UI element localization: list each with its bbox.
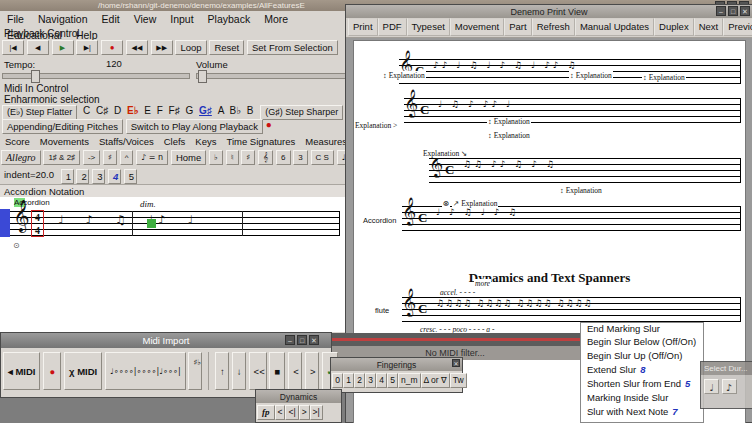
midi-import-titlebar[interactable]: Midi Import – □ ✕ (1, 333, 331, 348)
previous-note-button[interactable]: < (288, 352, 302, 390)
print-button[interactable]: Print (348, 18, 378, 36)
select-duration-titlebar[interactable]: Select Dur... (701, 362, 752, 375)
appending-pitches-button[interactable]: Appending/Editing Pitches (2, 119, 123, 134)
set-from-selection-button[interactable]: Set From Selection (247, 40, 338, 55)
pitch-g-button[interactable]: G (186, 105, 194, 116)
menu-movements[interactable]: Movements (35, 135, 94, 149)
rewind-button[interactable]: << (249, 352, 267, 390)
menu-measures[interactable]: Measures (300, 135, 348, 149)
step-flatter-button[interactable]: (E♭) Step Flatter (2, 105, 77, 120)
dim-end-button[interactable]: >| (310, 405, 323, 420)
time-signature[interactable]: 4 4 (31, 210, 44, 237)
slur-menu-item-begin-below[interactable]: Begin Slur Below (Off/On) (581, 334, 703, 348)
cs-button[interactable]: C S (311, 150, 334, 165)
volume-slider-handle[interactable] (198, 70, 207, 83)
maximize-icon[interactable]: □ (728, 6, 738, 16)
indent-3-button[interactable]: 3 (92, 169, 105, 184)
menu-view[interactable]: View (127, 11, 164, 27)
menu-input[interactable]: Input (163, 11, 200, 27)
note-glyphs-2[interactable]: ♪ ♩ (158, 213, 202, 227)
step-sharper-button[interactable]: (G♯) Step Sharper (260, 105, 343, 120)
clef-button[interactable]: 𝄞 (258, 150, 273, 165)
cresc-end-button[interactable]: <| (285, 405, 298, 420)
previous-button[interactable]: Previous (723, 18, 752, 36)
rhythm-pattern-button[interactable]: ♩∘∘∘∘|∘∘∘∘|♩∘∘∘| (105, 352, 186, 390)
typeset-button[interactable]: Typeset (407, 18, 450, 36)
minimize-icon[interactable]: – (716, 6, 726, 16)
down-button[interactable]: ↓ (232, 352, 246, 390)
caret-button[interactable]: ^ (120, 150, 134, 165)
volume-slider[interactable] (196, 73, 346, 79)
menu-clefs[interactable]: Clefs (159, 135, 191, 149)
indent-2-button[interactable]: 2 (76, 169, 89, 184)
slur-menu-item-extend[interactable]: Extend Slur8 (581, 362, 703, 376)
movement-button[interactable]: Movement (450, 18, 504, 36)
play-button[interactable]: ▶ (52, 40, 74, 55)
finger-0-button[interactable]: 0 (332, 373, 343, 388)
next-button[interactable]: Next (694, 18, 724, 36)
close-icon[interactable]: ✕ (452, 359, 460, 367)
seek-forward-button[interactable]: ▶▶ (151, 40, 173, 55)
skip-to-start-button[interactable]: |◀ (2, 40, 24, 55)
pitch-d-button[interactable]: D (114, 105, 121, 116)
midi-in-button[interactable]: ◂ MIDI (3, 352, 40, 390)
menu-staffs-voices[interactable]: Staffs/Voices (94, 135, 159, 149)
slur-menu-item-next-note[interactable]: Slur with Next Note7 (581, 404, 703, 418)
midi-delete-button[interactable]: χ MIDI (64, 352, 102, 390)
pitch-f-button[interactable]: F (157, 105, 163, 116)
menu-keys[interactable]: Keys (190, 135, 221, 149)
manual-updates-button[interactable]: Manual Updates (575, 18, 654, 36)
cresc-begin-button[interactable]: < (275, 405, 286, 420)
menu-navigation[interactable]: Navigation (31, 11, 95, 27)
part-button[interactable]: Part (504, 18, 531, 36)
close-icon[interactable]: ✕ (309, 335, 319, 345)
reset-button[interactable]: Reset (209, 40, 244, 55)
pitch-e-button[interactable]: E (144, 105, 151, 116)
indent-5-button[interactable]: 5 (124, 169, 137, 184)
delta-nabla-button[interactable]: Δ or ∇ (421, 373, 450, 388)
finger-2-button[interactable]: 2 (354, 373, 365, 388)
finger-5-button[interactable]: 5 (387, 373, 398, 388)
note-equals-button[interactable]: ♪ = n (136, 150, 168, 165)
indent-1-button[interactable]: 1 (61, 169, 74, 184)
seek-back-button[interactable]: ◀◀ (126, 40, 148, 55)
pitch-c-button[interactable]: C (83, 105, 90, 116)
pitch-a-button[interactable]: A (218, 105, 224, 116)
pitch-eflat-button[interactable]: E♭ (127, 105, 138, 116)
finger-1-button[interactable]: 1 (343, 373, 354, 388)
home-button[interactable]: Home (171, 150, 206, 165)
tw-button[interactable]: Tw (450, 373, 467, 388)
menu-score[interactable]: Score (0, 135, 35, 149)
pitch-csharp-button[interactable]: C♯ (96, 105, 108, 116)
menu-more[interactable]: More (257, 11, 295, 27)
treble-clef-icon[interactable]: 𝄞 (13, 202, 30, 230)
pdf-button[interactable]: PDF (378, 18, 407, 36)
duration-note-button[interactable]: ♩ (704, 379, 719, 394)
tempo-slider[interactable] (2, 73, 190, 79)
three-button[interactable]: 3 (293, 150, 307, 165)
slur-menu-item-end-marking[interactable]: End Marking Slur (581, 323, 703, 334)
duration-note-button[interactable]: ♪ (722, 379, 737, 394)
maximize-icon[interactable]: □ (297, 335, 307, 345)
slur-menu-item-shorten[interactable]: Shorten Slur from End5 (581, 376, 703, 390)
sharp-button[interactable]: ♯ (103, 150, 117, 165)
up-button[interactable]: ↑ (215, 352, 229, 390)
print-view-titlebar[interactable]: Denemo Print View – □ ✕ (346, 5, 752, 18)
snippet2-button[interactable]: -> (83, 150, 100, 165)
next-note-button[interactable]: > (305, 352, 319, 390)
duplex-button[interactable]: Duplex (654, 18, 694, 36)
minimize-icon[interactable]: – (285, 335, 295, 345)
natural-button[interactable]: ♮ (226, 150, 239, 165)
tempo-indication-button[interactable]: Allegro (1, 150, 41, 165)
finger-4-button[interactable]: 4 (376, 373, 387, 388)
nm-button[interactable]: n_m (398, 373, 421, 388)
pitch-bflat-button[interactable]: B♭ (230, 105, 241, 116)
snippet1-button[interactable]: 1♯ & 2♯ (43, 150, 80, 165)
refresh-button[interactable]: Refresh (532, 18, 575, 36)
step-back-button[interactable]: ◀ (27, 40, 49, 55)
menu-playback[interactable]: Playback (201, 11, 258, 27)
score-canvas[interactable]: Accordion dim. 𝄞 4 4 ♩ ♪ ♫ ♩ ♪ ♩ ⊙ (0, 197, 347, 332)
close-icon[interactable]: ✕ (740, 6, 750, 16)
dim-begin-button[interactable]: > (299, 405, 310, 420)
slur-menu-item-marking-inside[interactable]: Marking Inside Slur (581, 390, 703, 404)
